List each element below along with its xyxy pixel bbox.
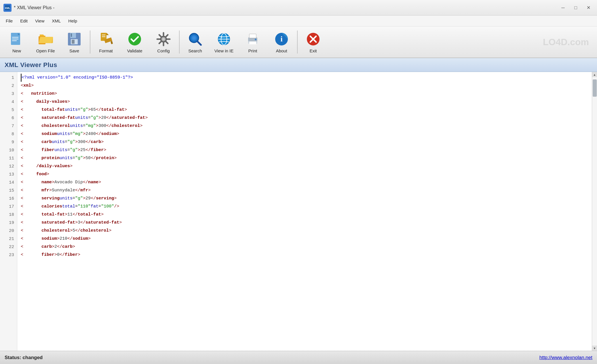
code-line-8: < sodium units="mg">2400</sodium> <box>21 130 588 138</box>
svg-rect-12 <box>72 40 75 44</box>
line-num-1: 1 <box>0 74 17 82</box>
scroll-track[interactable] <box>592 77 597 346</box>
about-button[interactable]: i About <box>267 28 296 56</box>
menu-xml[interactable]: XML <box>48 17 64 24</box>
code-line-13: < food> <box>21 170 588 178</box>
line-num-4: 4 <box>0 98 17 106</box>
scroll-thumb[interactable] <box>593 79 597 97</box>
status-link[interactable]: http://www.alexnolan.net <box>539 355 592 361</box>
save-label: Save <box>69 48 79 53</box>
svg-text:e: e <box>221 35 222 39</box>
exit-icon <box>305 31 321 47</box>
title-bar-controls: ─ □ ✕ <box>558 4 594 12</box>
line-num-6: 6 <box>0 114 17 122</box>
line-num-18: 18 <box>0 211 17 219</box>
toolbar-sep-2 <box>179 31 180 54</box>
svg-rect-4 <box>12 37 18 38</box>
svg-rect-16 <box>102 35 105 35</box>
svg-line-26 <box>159 35 161 37</box>
code-line-9: < carb units="g">300</carb> <box>21 138 588 146</box>
new-button[interactable]: New <box>2 28 31 56</box>
validate-button[interactable]: Validate <box>120 28 149 56</box>
line-num-23: 23 <box>0 251 17 259</box>
svg-rect-17 <box>102 36 105 37</box>
toolbar-sep-3 <box>297 31 298 54</box>
line-num-9: 9 <box>0 138 17 146</box>
line-num-2: 2 <box>0 82 17 90</box>
code-line-20: < cholesterol>5</cholesterol> <box>21 227 588 235</box>
minimize-button[interactable]: ─ <box>558 4 568 12</box>
scroll-down-arrow[interactable]: ▼ <box>592 346 597 351</box>
menu-view[interactable]: View <box>32 17 48 24</box>
open-button[interactable]: Open File <box>31 28 60 56</box>
code-editor[interactable]: <?xml version="1.0" encoding="ISO-8859-1… <box>17 72 592 351</box>
viewie-icon: e <box>216 31 232 47</box>
svg-text:i: i <box>280 35 282 43</box>
app-title-bar: XML Viewer Plus <box>0 58 597 72</box>
line-num-19: 19 <box>0 219 17 227</box>
print-button[interactable]: Print <box>238 28 267 56</box>
line-numbers: 1 2 3 4 5 6 7 8 9 10 11 12 13 14 15 16 1… <box>0 72 17 351</box>
open-icon <box>37 31 54 47</box>
code-line-22: < carb>2</carb> <box>21 243 588 251</box>
line-num-16: 16 <box>0 195 17 203</box>
code-line-16: < serving units="g">29</serving> <box>21 195 588 203</box>
code-line-6: < saturated-fat units="g">20</saturated-… <box>21 114 588 122</box>
line-num-12: 12 <box>0 162 17 170</box>
new-label: New <box>12 48 21 53</box>
close-button[interactable]: ✕ <box>583 4 594 12</box>
svg-text:XML: XML <box>5 7 11 9</box>
print-icon <box>245 31 261 47</box>
search-icon <box>187 31 203 47</box>
config-button[interactable]: Config <box>149 28 178 56</box>
svg-rect-13 <box>71 33 72 37</box>
line-num-7: 7 <box>0 122 17 130</box>
svg-rect-19 <box>111 41 113 44</box>
about-icon: i <box>273 31 290 47</box>
app-icon: XML <box>3 4 12 12</box>
format-button[interactable]: Format <box>92 28 120 56</box>
code-line-5: < total-fat units="g">65</total-fat> <box>21 106 588 114</box>
line-num-21: 21 <box>0 235 17 243</box>
toolbar-sep-1 <box>90 31 90 54</box>
scrollbar[interactable]: ▲ ▼ <box>592 72 597 351</box>
menu-help[interactable]: Help <box>65 17 81 24</box>
line-num-10: 10 <box>0 146 17 154</box>
save-button[interactable]: Save <box>60 28 89 56</box>
title-bar: XML * XML Viewer Plus - ─ □ ✕ <box>0 0 597 16</box>
svg-rect-5 <box>12 39 18 39</box>
save-icon <box>66 31 82 47</box>
svg-point-20 <box>128 33 141 45</box>
code-line-2: <xml> <box>21 82 588 90</box>
menu-edit[interactable]: Edit <box>17 17 31 24</box>
line-num-14: 14 <box>0 178 17 186</box>
svg-rect-6 <box>12 40 17 41</box>
viewie-label: View in IE <box>214 48 233 53</box>
main-content: 1 2 3 4 5 6 7 8 9 10 11 12 13 14 15 16 1… <box>0 72 597 351</box>
code-line-14: < name>Avocado Dip</name> <box>21 178 588 186</box>
svg-line-29 <box>159 41 161 43</box>
about-label: About <box>276 48 287 53</box>
window-title: * XML Viewer Plus - <box>14 5 54 10</box>
line-num-20: 20 <box>0 227 17 235</box>
open-label: Open File <box>36 48 55 53</box>
viewie-button[interactable]: e View in IE <box>210 28 238 56</box>
scroll-up-arrow[interactable]: ▲ <box>592 72 597 77</box>
svg-line-28 <box>166 35 168 37</box>
maximize-button[interactable]: □ <box>571 4 581 12</box>
code-line-19: < saturated-fat>3</saturated-fat> <box>21 219 588 227</box>
line-num-8: 8 <box>0 130 17 138</box>
line-num-15: 15 <box>0 186 17 195</box>
search-button[interactable]: Search <box>181 28 210 56</box>
svg-line-27 <box>166 41 168 43</box>
menu-file[interactable]: File <box>2 17 16 24</box>
svg-line-34 <box>197 41 201 45</box>
code-line-21: < sodium>210</sodium> <box>21 235 588 243</box>
code-line-23: < fiber>0</fiber> <box>21 251 588 259</box>
code-line-3: < nutrition> <box>21 90 588 98</box>
code-line-7: < cholesterol units="mg">300</cholestero… <box>21 122 588 130</box>
line-num-11: 11 <box>0 154 17 162</box>
code-line-12: < /daily-values> <box>21 162 588 170</box>
toolbar: New Open File Save <box>0 26 597 58</box>
exit-button[interactable]: Exit <box>299 28 328 56</box>
